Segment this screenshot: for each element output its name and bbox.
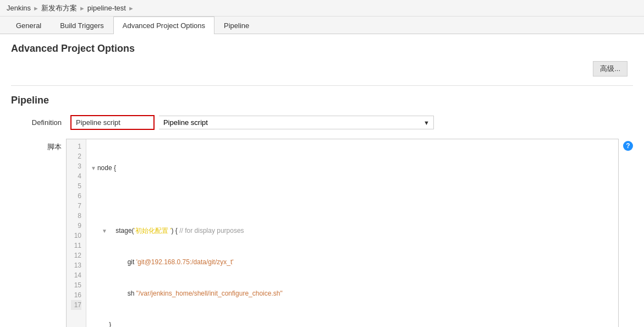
- code-content[interactable]: ▼node { ▼ stage('初始化配置 ') { // for displ…: [86, 139, 618, 327]
- line-num-4: 4: [71, 171, 81, 181]
- breadcrumb-arrow-1: ►: [33, 5, 39, 12]
- script-label: 脚本: [11, 139, 66, 152]
- definition-select-box[interactable]: Pipeline script: [70, 115, 155, 130]
- fold-3: ▼: [102, 228, 107, 234]
- definition-dropdown[interactable]: Pipeline script Pipeline script from SCM…: [159, 116, 434, 129]
- breadcrumb-arrow-3: ►: [128, 5, 134, 12]
- definition-value: Pipeline script: [71, 116, 153, 129]
- code-line-3: ▼ stage('初始化配置 ') { // for display purpo…: [91, 226, 614, 236]
- line-num-17: 17: [71, 300, 81, 310]
- line-num-14: 14: [71, 270, 81, 280]
- line-num-2: 2: [71, 151, 81, 161]
- breadcrumb-bar: Jenkins ► 新发布方案 ► pipeline-test ►: [0, 0, 644, 17]
- line-num-6: 6: [71, 191, 81, 201]
- line-num-15: 15: [71, 280, 81, 290]
- tab-general[interactable]: General: [7, 17, 51, 34]
- breadcrumb-arrow-2: ►: [79, 5, 85, 12]
- line-num-9: 9: [71, 221, 81, 231]
- code-editor[interactable]: 1 2 3 4 5 6 7 8 9 10 11 12 13: [66, 139, 619, 327]
- code-line-4: git 'git@192.168.0.75:/data/git/zyx_t': [91, 257, 614, 267]
- code-line-2: [91, 194, 614, 204]
- tab-advanced-project-options[interactable]: Advanced Project Options: [113, 17, 214, 34]
- tab-build-triggers[interactable]: Build Triggers: [51, 17, 113, 34]
- content-panel: Advanced Project Options 高级... Pipeline …: [0, 34, 644, 327]
- advanced-btn-row: 高级...: [11, 61, 633, 77]
- definition-select[interactable]: Pipeline script Pipeline script from SCM: [159, 116, 434, 129]
- line-num-5: 5: [71, 181, 81, 191]
- line-num-3: 3: [71, 161, 81, 171]
- definition-row: Definition Pipeline script Pipeline scri…: [11, 115, 633, 130]
- tab-nav: General Build Triggers Advanced Project …: [0, 17, 644, 34]
- line-num-12: 12: [71, 250, 81, 260]
- tab-pipeline[interactable]: Pipeline: [214, 17, 258, 34]
- line-num-1: 1: [71, 141, 81, 151]
- main-content: General Build Triggers Advanced Project …: [0, 17, 644, 327]
- code-line-6: }: [91, 320, 614, 327]
- fold-1: ▼: [91, 165, 96, 171]
- line-num-16: 16: [71, 290, 81, 300]
- line-num-8: 8: [71, 211, 81, 221]
- breadcrumb-jenkins[interactable]: Jenkins: [7, 4, 31, 12]
- code-line-1: ▼node {: [91, 163, 614, 173]
- line-num-10: 10: [71, 231, 81, 241]
- code-lines: 1 2 3 4 5 6 7 8 9 10 11 12 13: [67, 139, 618, 327]
- line-num-7: 7: [71, 201, 81, 211]
- code-line-5: sh "/var/jenkins_home/shell/init_configu…: [91, 288, 614, 298]
- editor-help: ?: [619, 139, 633, 151]
- line-num-11: 11: [71, 241, 81, 250]
- script-editor-container: 脚本 1 2 3 4 5 6 7 8 9 10: [11, 139, 633, 327]
- pipeline-section-title: Pipeline: [11, 95, 633, 106]
- breadcrumb-pipeline-test[interactable]: pipeline-test: [87, 4, 126, 12]
- line-numbers: 1 2 3 4 5 6 7 8 9 10 11 12 13: [67, 139, 86, 327]
- advanced-button[interactable]: 高级...: [593, 61, 628, 77]
- line-num-13: 13: [71, 260, 81, 270]
- script-help-icon[interactable]: ?: [623, 141, 633, 151]
- definition-label: Definition: [11, 118, 66, 127]
- advanced-section-title: Advanced Project Options: [11, 43, 633, 54]
- pipeline-section: Pipeline Definition Pipeline script Pipe…: [11, 85, 633, 327]
- breadcrumb-plan[interactable]: 新发布方案: [41, 3, 77, 13]
